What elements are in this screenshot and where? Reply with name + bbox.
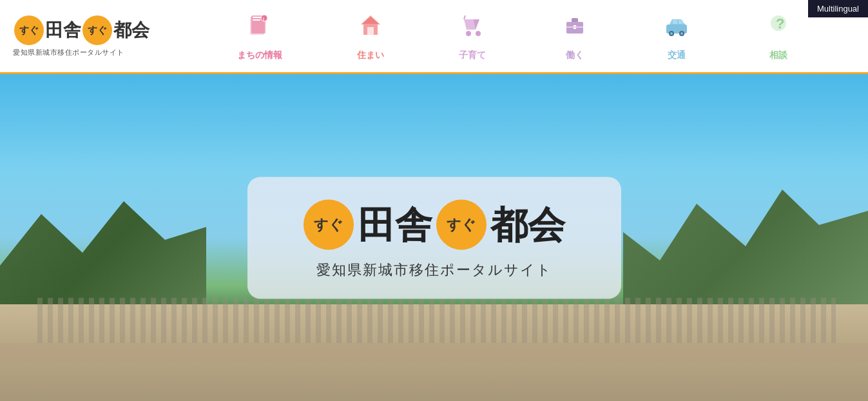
svg-marker-8: [362, 17, 379, 24]
nav-item-machi[interactable]: i まちの情報: [237, 12, 282, 61]
logo-text-1: 田舎: [45, 21, 81, 39]
svg-line-11: [464, 15, 465, 19]
svg-rect-3: [253, 19, 260, 21]
nav-label-machi: まちの情報: [237, 50, 282, 61]
svg-point-20: [680, 32, 683, 35]
hero-text-2: 都会: [490, 206, 565, 243]
logo-subtitle: 愛知県新城市移住ポータルサイト: [13, 48, 124, 57]
logo-title: すぐ 田舎 すぐ 都会: [13, 15, 149, 45]
city-buildings: [32, 298, 836, 343]
svg-point-10: [476, 31, 481, 36]
svg-point-4: [261, 15, 267, 21]
svg-text:?: ?: [776, 15, 784, 32]
logo-text-2: 都会: [113, 21, 149, 39]
hero-bubble-2: すぐ: [436, 199, 487, 249]
hero-subtitle: 愛知県新城市移住ポータルサイト: [316, 260, 552, 279]
house-icon: [357, 12, 384, 47]
svg-point-19: [670, 32, 673, 35]
svg-point-9: [466, 31, 471, 36]
svg-rect-7: [367, 27, 374, 35]
nav-label-sumai: 住まい: [357, 50, 384, 61]
book-icon: i: [246, 12, 273, 47]
logo-bubble-1: すぐ: [14, 15, 44, 45]
multilingual-label: Multilingual: [817, 4, 859, 14]
svg-text:i: i: [263, 17, 264, 21]
nav-label-hataraku: 働く: [566, 50, 584, 61]
hero-text-1: 田舎: [358, 206, 432, 243]
logo-bubble-2: すぐ: [82, 15, 112, 45]
stroller-icon: [459, 12, 486, 47]
nav-item-sumai[interactable]: 住まい: [357, 12, 384, 61]
road-layer: [0, 343, 868, 362]
hero-card: すぐ 田舎 すぐ 都会 愛知県新城市移住ポータルサイト: [247, 177, 621, 298]
svg-rect-21: [673, 20, 677, 24]
logo-area: すぐ 田舎 すぐ 都会 愛知県新城市移住ポータルサイト: [13, 15, 174, 57]
car-icon: [663, 12, 690, 47]
svg-rect-22: [679, 20, 683, 24]
hero-section: すぐ 田舎 すぐ 都会 愛知県新城市移住ポータルサイト: [0, 74, 868, 401]
hero-logo-title: すぐ 田舎 すぐ 都会: [304, 199, 565, 249]
multilingual-button[interactable]: Multilingual: [808, 0, 868, 17]
nav-item-sodan[interactable]: ? 相談: [765, 12, 792, 61]
svg-rect-2: [253, 17, 262, 18]
nav-item-hataraku[interactable]: 働く: [561, 12, 588, 61]
nav-label-kotsu: 交通: [668, 50, 686, 61]
nav-item-kotsu[interactable]: 交通: [663, 12, 690, 61]
nav-item-kosodate[interactable]: 子育て: [459, 12, 486, 61]
nav-label-sodan: 相談: [769, 50, 787, 61]
question-icon: ?: [765, 12, 792, 47]
hero-bubble-1: すぐ: [304, 199, 354, 249]
site-header: すぐ 田舎 すぐ 都会 愛知県新城市移住ポータルサイト i まちの情報: [0, 0, 868, 74]
main-nav: i まちの情報 住まい: [174, 12, 855, 61]
nav-label-kosodate: 子育て: [459, 50, 486, 61]
briefcase-icon: [561, 12, 588, 47]
